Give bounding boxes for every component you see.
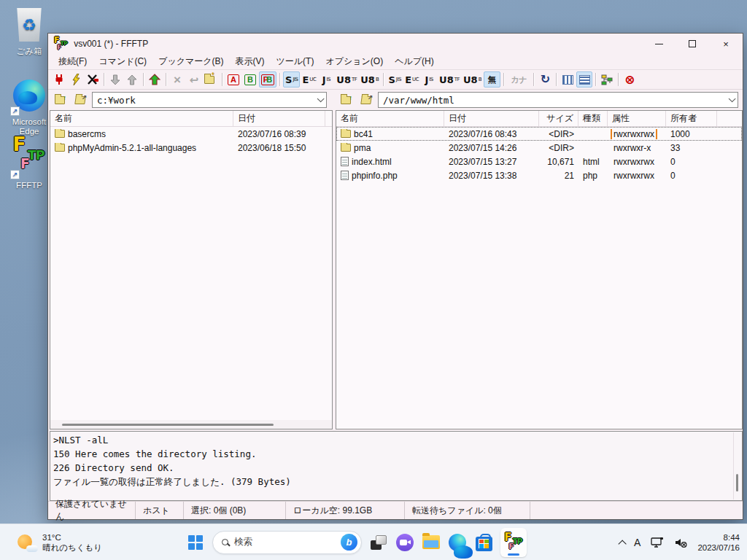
folder-icon xyxy=(55,144,65,152)
abort-button[interactable]: ⊗ xyxy=(622,71,638,88)
quick-connect-button[interactable] xyxy=(68,71,84,88)
local-path-combobox[interactable]: c:¥work xyxy=(92,92,327,108)
menu-bookmark[interactable]: ブックマーク(B) xyxy=(152,54,229,69)
path-bar: ↑ ↗ c:¥work ↑ ↗ /var/www/html xyxy=(48,90,743,110)
host-kanji-u8b-button[interactable]: U8B xyxy=(359,71,380,88)
start-button[interactable] xyxy=(186,533,205,552)
menu-option[interactable]: オプション(O) xyxy=(320,54,389,69)
local-column-date[interactable]: 日付 xyxy=(233,111,325,126)
remote-column-size[interactable]: サイズ xyxy=(539,111,578,126)
host-kanji-sjis-button[interactable]: SJIS xyxy=(283,71,300,88)
mirror-upload-button[interactable] xyxy=(147,71,163,88)
ffftp-taskbar-button[interactable]: FFTP xyxy=(500,528,527,557)
file-explorer-button[interactable] xyxy=(422,533,441,552)
disconnect-button[interactable] xyxy=(85,71,101,88)
title-bar[interactable]: FFTP vsv001 (*) - FFFTP × xyxy=(48,34,743,54)
kana-convert-button[interactable]: カナ xyxy=(507,71,531,88)
remote-file-row[interactable]: pma2023/07/15 14:26<DIR>rwxrwxr-x33 xyxy=(336,141,742,155)
local-kanji-group: SJISEUCJISU8TFU8B xyxy=(387,71,483,88)
local-kanji-u8tf-button[interactable]: U8TF xyxy=(438,71,461,88)
remote-file-row[interactable]: phpinfo.php2023/07/15 13:3821phprwxrwxrw… xyxy=(336,168,742,182)
chat-button[interactable] xyxy=(395,533,414,552)
local-up-folder-button[interactable]: ↑ xyxy=(51,92,69,108)
local-file-row[interactable]: phpMyAdmin-5.2.1-all-languages2023/06/18… xyxy=(50,141,332,155)
delete-button[interactable]: × xyxy=(169,71,185,88)
undo-button[interactable]: ↩ xyxy=(186,71,202,88)
menu-help[interactable]: ヘルプ(H) xyxy=(389,54,440,69)
status-selection-count: 選択: 0個 (0B) xyxy=(184,502,286,519)
local-horizontal-scrollbar[interactable] xyxy=(50,420,332,429)
folder-icon xyxy=(55,130,65,138)
remote-column-headers: 名前 日付 サイズ 種類 属性 所有者 xyxy=(336,111,742,127)
chevron-down-icon xyxy=(729,95,736,102)
tray-overflow-chevron[interactable] xyxy=(619,540,627,548)
local-kanji-jis-button[interactable]: JIS xyxy=(421,71,437,88)
host-kanji-euc-button[interactable]: EUC xyxy=(301,71,317,88)
local-change-folder-button[interactable]: ↗ xyxy=(71,92,89,108)
make-directory-button[interactable]: * xyxy=(203,71,219,88)
taskbar-clock[interactable]: 8:44 2023/07/16 xyxy=(697,532,740,553)
status-bar: 保護されていませんホスト選択: 0個 (0B)ローカル空: 99.1GB転送待ち… xyxy=(48,501,743,519)
log-vertical-scrollbar[interactable] xyxy=(733,432,741,499)
window-ffftp-icon: FFTP xyxy=(54,37,68,50)
attr-value: rwxrwxrwx xyxy=(612,171,656,181)
volume-muted-icon[interactable] xyxy=(674,537,687,548)
ascii-mode-button[interactable]: A xyxy=(225,71,241,88)
ime-indicator[interactable]: A xyxy=(634,537,640,548)
auto-mode-button[interactable]: PB xyxy=(259,71,276,88)
local-kanji-u8b-button[interactable]: U8B xyxy=(462,71,483,88)
remote-change-folder-button[interactable]: ↗ xyxy=(357,92,375,108)
host-kanji-u8tf-button[interactable]: U8TF xyxy=(335,71,358,88)
local-file-pane: 名前 日付 basercms2023/07/16 08:39phpMyAdmin… xyxy=(50,110,333,429)
ffftp-window: FFTP vsv001 (*) - FFFTP × 接続(F)コマンド(C)ブッ… xyxy=(47,33,743,520)
remote-file-row[interactable]: bc412023/07/16 08:43<DIR>rwxrwxrwx1000 xyxy=(336,127,742,141)
local-kanji-euc-button[interactable]: EUC xyxy=(403,71,420,88)
network-display-icon[interactable] xyxy=(651,537,664,548)
kana-none-button[interactable]: 無 xyxy=(484,71,500,88)
shortcut-arrow-icon: ↗ xyxy=(10,170,20,179)
remote-column-date[interactable]: 日付 xyxy=(444,111,539,126)
local-column-headers: 名前 日付 xyxy=(50,111,332,127)
clock-date: 2023/07/16 xyxy=(697,542,740,553)
remote-column-attr[interactable]: 属性 xyxy=(608,111,666,126)
binary-mode-button[interactable]: B xyxy=(242,71,258,88)
task-view-button[interactable] xyxy=(369,533,388,552)
remote-column-owner[interactable]: 所有者 xyxy=(666,111,717,126)
remote-column-type[interactable]: 種類 xyxy=(578,111,608,126)
clock-time: 8:44 xyxy=(697,532,740,542)
minimize-button[interactable] xyxy=(642,34,676,54)
tree-view-button[interactable] xyxy=(599,71,615,88)
menu-view[interactable]: 表示(V) xyxy=(230,54,271,69)
download-button[interactable] xyxy=(107,71,123,88)
local-file-row[interactable]: basercms2023/07/16 08:39 xyxy=(50,127,332,141)
attr-value: rwxrwxrwx xyxy=(612,157,656,167)
host-kanji-jis-button[interactable]: JIS xyxy=(318,71,334,88)
status-host-label: ホスト xyxy=(136,502,184,519)
remote-file-row[interactable]: index.html2023/07/15 13:2710,671htmlrwxr… xyxy=(336,155,742,168)
local-kanji-sjis-button[interactable]: SJIS xyxy=(387,71,403,88)
edge-taskbar-button[interactable] xyxy=(448,533,467,552)
upload-button[interactable] xyxy=(124,71,140,88)
maximize-button[interactable] xyxy=(676,34,709,54)
menu-command[interactable]: コマンド(C) xyxy=(93,54,152,69)
close-button[interactable]: × xyxy=(709,34,743,54)
refresh-button[interactable]: ↻ xyxy=(537,71,553,88)
detail-view-button[interactable] xyxy=(576,71,592,88)
remote-up-folder-button[interactable]: ↑ xyxy=(337,92,355,108)
log-line: ファイル一覧の取得は正常終了しました. (379 Bytes) xyxy=(53,475,732,489)
remote-path-combobox[interactable]: /var/www/html xyxy=(378,92,738,108)
store-button[interactable] xyxy=(474,533,493,552)
connect-button[interactable] xyxy=(51,71,67,88)
search-icon xyxy=(222,539,228,545)
list-view-button[interactable] xyxy=(560,71,576,88)
menu-connect[interactable]: 接続(F) xyxy=(53,54,93,69)
local-column-name[interactable]: 名前 xyxy=(50,111,233,126)
weather-widget[interactable]: 31°C 晴れのちくもり xyxy=(16,532,102,553)
remote-column-name[interactable]: 名前 xyxy=(336,111,444,126)
toolbar: × ↩ * A B PB SJISEUCJISU8TFU8B SJISEUCJI… xyxy=(48,70,743,90)
menu-tool[interactable]: ツール(T) xyxy=(271,54,320,69)
folder-icon xyxy=(341,144,351,152)
local-path-value: c:¥work xyxy=(97,95,136,106)
host-kanji-group: SJISEUCJISU8TFU8B xyxy=(283,71,380,88)
taskbar-search-box[interactable]: 検索 b xyxy=(212,531,362,554)
